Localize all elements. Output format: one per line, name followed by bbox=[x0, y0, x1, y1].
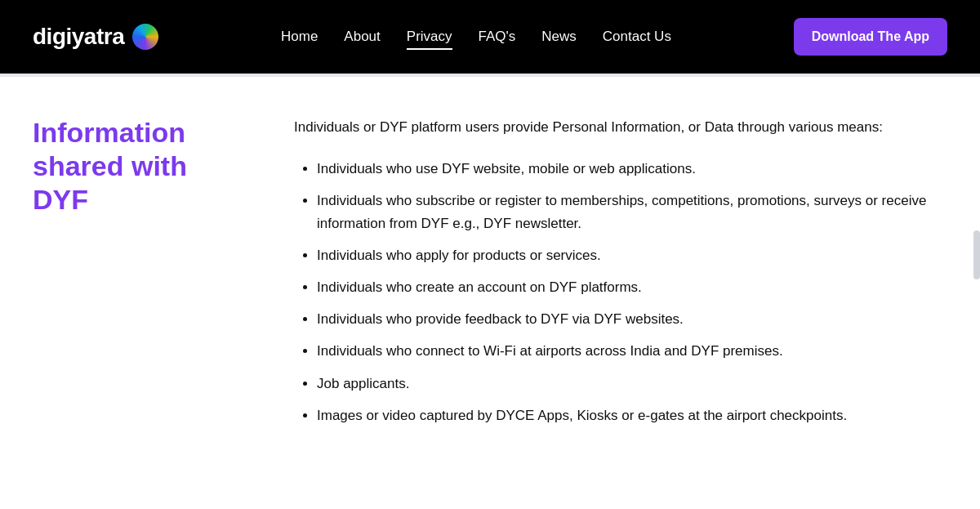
nav-home[interactable]: Home bbox=[281, 29, 318, 45]
logo-icon bbox=[132, 24, 158, 50]
list-item: Images or video captured by DYCE Apps, K… bbox=[317, 404, 947, 426]
header: digiyatra Home About Privacy FAQ's News … bbox=[0, 0, 980, 74]
main-content: Information shared with DYF Individuals … bbox=[0, 77, 980, 469]
list-item: Individuals who provide feedback to DYF … bbox=[317, 308, 947, 330]
list-item: Individuals who connect to Wi-Fi at airp… bbox=[317, 340, 947, 362]
list-item: Individuals who create an account on DYF… bbox=[317, 276, 947, 298]
nav-privacy[interactable]: Privacy bbox=[407, 29, 452, 45]
heading-line1: Information bbox=[33, 117, 185, 148]
nav-contact[interactable]: Contact Us bbox=[603, 29, 671, 45]
intro-paragraph: Individuals or DYF platform users provid… bbox=[294, 116, 947, 138]
list-item: Individuals who apply for products or se… bbox=[317, 244, 947, 266]
section-heading: Information shared with DYF bbox=[33, 116, 245, 216]
sidebar: Information shared with DYF bbox=[33, 109, 245, 436]
logo-text: digiyatra bbox=[33, 24, 124, 50]
heading-line3: DYF bbox=[33, 184, 88, 215]
list-item: Individuals who subscribe or register to… bbox=[317, 190, 947, 234]
list-item: Job applicants. bbox=[317, 373, 947, 395]
nav-faqs[interactable]: FAQ's bbox=[479, 29, 516, 45]
list-item: Individuals who use DYF website, mobile … bbox=[317, 158, 947, 180]
download-app-button[interactable]: Download The App bbox=[794, 18, 947, 56]
bullet-list: Individuals who use DYF website, mobile … bbox=[294, 158, 947, 426]
nav-about[interactable]: About bbox=[344, 29, 380, 45]
logo[interactable]: digiyatra bbox=[33, 24, 158, 50]
nav-news[interactable]: News bbox=[541, 29, 577, 45]
heading-line2: shared with bbox=[33, 150, 187, 181]
main-nav: Home About Privacy FAQ's News Contact Us bbox=[281, 29, 671, 45]
scrollbar[interactable] bbox=[973, 230, 980, 279]
content-area: Individuals or DYF platform users provid… bbox=[294, 109, 947, 436]
